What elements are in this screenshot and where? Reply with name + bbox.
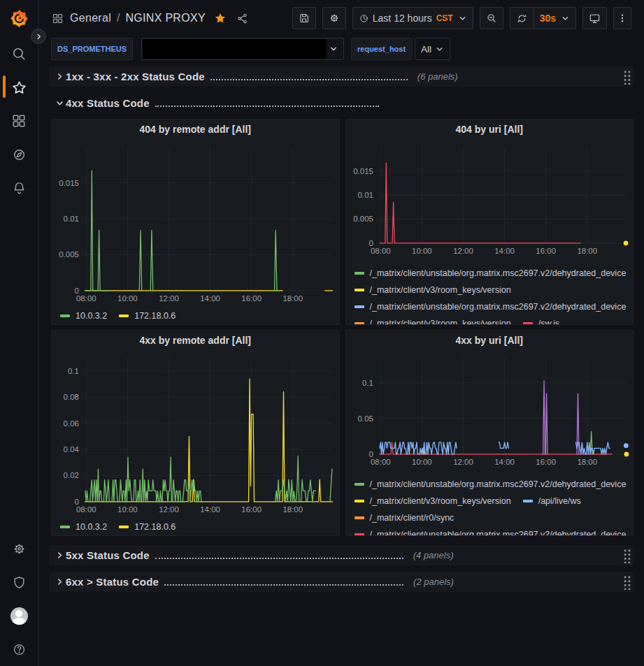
- row-5xx-status-code[interactable]: 5xx Status Code (4 panels): [49, 545, 634, 565]
- legend-item[interactable]: /_matrix/client/unstable/org.matrix.msc2…: [355, 266, 627, 280]
- zoom-out-button[interactable]: [480, 7, 503, 29]
- breadcrumb-dashboard-title[interactable]: NGINX PROXY: [125, 12, 205, 24]
- row-drag-handle[interactable]: [623, 548, 631, 563]
- legend-swatch: [355, 289, 364, 291]
- legend-item[interactable]: 172.18.0.6: [119, 309, 176, 322]
- legend-item[interactable]: /_matrix/client/v3/room_keys/version: [355, 283, 511, 296]
- legend-label: /sw.js: [538, 319, 560, 326]
- legend-item[interactable]: 10.0.3.2: [60, 520, 107, 533]
- legend-item[interactable]: /_matrix/client/v3/room_keys/version: [355, 494, 511, 507]
- shield-icon: [12, 575, 27, 590]
- chevron-right-icon: [55, 577, 64, 586]
- refresh-button[interactable]: [510, 7, 534, 29]
- request-host-label[interactable]: request_host: [351, 38, 412, 60]
- legend-item[interactable]: /_matrix/client/r0/sync: [355, 511, 455, 524]
- request-host-variable: request_host All: [351, 38, 450, 60]
- sidebar-item-configuration[interactable]: [0, 532, 38, 565]
- svg-text:0.015: 0.015: [59, 179, 79, 187]
- legend-item[interactable]: 10.0.3.2: [60, 309, 107, 322]
- row-4xx-status-code[interactable]: 4xx Status Code: [49, 93, 634, 113]
- panel-title[interactable]: 4xx by remote addr [All]: [52, 331, 339, 351]
- sidebar-item-explore[interactable]: [0, 138, 38, 171]
- save-dashboard-button[interactable]: [292, 7, 316, 29]
- sidebar-item-server-admin[interactable]: [0, 565, 38, 599]
- row-drag-handle[interactable]: [623, 574, 631, 590]
- legend-item[interactable]: /_matrix/client/unstable/org.matrix.msc2…: [355, 477, 627, 491]
- legend-label: /_matrix/client/unstable/org.matrix.msc2…: [370, 530, 627, 537]
- legend-swatch: [60, 526, 70, 528]
- chevron-down-icon: [458, 14, 467, 23]
- legend-label: /api/live/ws: [538, 496, 581, 506]
- svg-text:16:00: 16:00: [536, 247, 556, 255]
- svg-text:0.01: 0.01: [357, 191, 373, 199]
- svg-text:14:00: 14:00: [494, 458, 515, 466]
- panel-title[interactable]: 404 by uri [All]: [346, 120, 634, 140]
- legend-swatch: [355, 322, 364, 325]
- chevron-down-icon: [561, 14, 570, 23]
- legend-label: /_matrix/client/v3/room_keys/version: [370, 496, 511, 506]
- legend-label: /_matrix/client/r0/sync: [370, 513, 455, 523]
- legend-item[interactable]: 172.18.0.6: [119, 520, 176, 533]
- legend-swatch: [355, 533, 364, 536]
- svg-text:0.06: 0.06: [64, 419, 79, 428]
- svg-text:14:00: 14:00: [200, 505, 220, 514]
- time-range-picker[interactable]: Last 12 hours CST: [352, 7, 473, 29]
- share-icon[interactable]: [236, 13, 248, 24]
- bell-icon: [12, 181, 27, 196]
- legend-swatch: [355, 272, 364, 275]
- refresh-group: 30s: [510, 7, 576, 29]
- chart-4xx-by-remote-addr[interactable]: 00.020.040.060.080.108:0010:0012:0014:00…: [52, 351, 339, 516]
- svg-text:0.05: 0.05: [357, 414, 373, 423]
- svg-text:16:00: 16:00: [241, 294, 262, 303]
- dashboard-apps-icon: [52, 13, 64, 24]
- legend-label: 172.18.0.6: [134, 522, 176, 532]
- legend-item[interactable]: /_matrix/client/v3/room_keys/version: [355, 317, 511, 325]
- chevron-down-icon: [329, 44, 338, 54]
- svg-text:08:00: 08:00: [370, 458, 390, 466]
- sidebar-item-alerting[interactable]: [0, 171, 38, 205]
- legend-item[interactable]: /_matrix/client/unstable/org.matrix.msc2…: [355, 528, 627, 536]
- row-1xx-3xx-2xx-status-code[interactable]: 1xx - 3xx - 2xx Status Code (6 panels): [49, 66, 634, 87]
- legend-item[interactable]: /_matrix/client/unstable/org.matrix.msc2…: [355, 300, 627, 313]
- dotted-leader: [164, 579, 403, 586]
- dashboard-settings-button[interactable]: [322, 7, 346, 29]
- row-title: 6xx > Status Code: [66, 576, 159, 588]
- more-options-button[interactable]: [613, 7, 631, 29]
- sidebar-item-search[interactable]: [0, 37, 38, 71]
- legend-item[interactable]: /sw.js: [523, 317, 560, 325]
- sidebar-item-help[interactable]: [0, 632, 38, 666]
- svg-text:12:00: 12:00: [159, 505, 179, 514]
- legend-swatch: [119, 314, 129, 317]
- legend-swatch: [355, 516, 364, 519]
- dotted-leader: [155, 552, 403, 559]
- sidebar-item-profile[interactable]: [0, 599, 38, 632]
- chart-4xx-by-uri[interactable]: 00.050.108:0010:0012:0014:0016:0018:00: [346, 351, 634, 469]
- panel-title[interactable]: 4xx by uri [All]: [346, 331, 634, 351]
- sidebar-item-dashboards[interactable]: [0, 104, 38, 138]
- grafana-logo[interactable]: [10, 9, 29, 28]
- legend-label: /_matrix/client/unstable/org.matrix.msc2…: [370, 479, 627, 489]
- refresh-interval-picker[interactable]: 30s: [534, 7, 576, 29]
- row-6xx-status-code[interactable]: 6xx > Status Code (2 panels): [49, 572, 634, 592]
- sidebar: [0, 0, 38, 666]
- panel-title[interactable]: 404 by remote addr [All]: [52, 120, 339, 140]
- svg-text:0.08: 0.08: [64, 393, 79, 401]
- favorite-star-icon[interactable]: [214, 12, 227, 24]
- row-drag-handle[interactable]: [623, 69, 631, 85]
- datasource-variable-label[interactable]: DS_PROMETHEUS: [51, 38, 133, 60]
- sidebar-expand-button[interactable]: [31, 29, 46, 44]
- chart-404-by-uri[interactable]: 00.0050.010.01508:0010:0012:0014:0016:00…: [346, 140, 634, 258]
- chart-404-by-remote-addr[interactable]: 00.0050.010.01508:0010:0012:0014:0016:00…: [52, 140, 339, 305]
- legend-item[interactable]: /api/live/ws: [523, 494, 581, 507]
- datasource-variable-select[interactable]: [141, 38, 344, 60]
- request-host-value-select[interactable]: All: [415, 38, 450, 60]
- sidebar-item-starred[interactable]: [0, 71, 38, 104]
- svg-text:0.02: 0.02: [64, 471, 79, 479]
- svg-text:16:00: 16:00: [241, 505, 262, 514]
- breadcrumb-folder[interactable]: General: [70, 12, 111, 24]
- tv-mode-button[interactable]: [582, 7, 607, 29]
- star-icon: [11, 80, 27, 96]
- svg-text:12:00: 12:00: [453, 458, 473, 466]
- svg-text:0.01: 0.01: [64, 215, 79, 223]
- search-icon: [11, 46, 27, 61]
